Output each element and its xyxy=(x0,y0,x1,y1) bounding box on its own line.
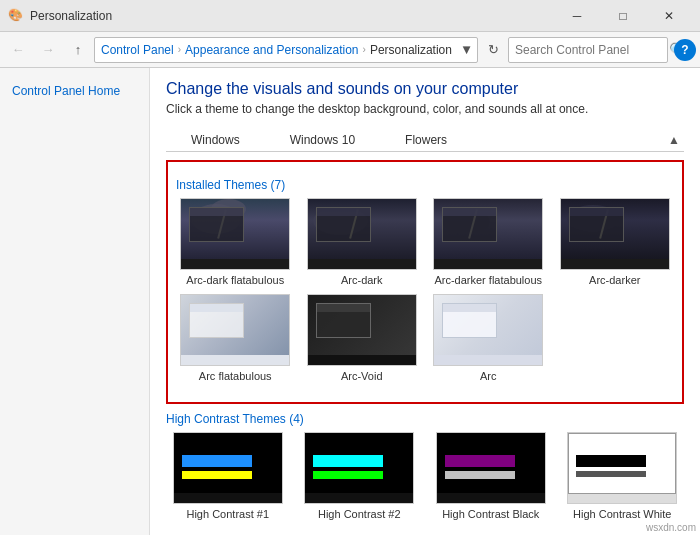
title-bar-title: Personalization xyxy=(30,9,554,23)
theme-tabs: Windows Windows 10 Flowers ▲ xyxy=(166,128,684,152)
breadcrumb-sep2: › xyxy=(363,44,366,55)
minimize-button[interactable]: ─ xyxy=(554,0,600,32)
search-box[interactable]: 🔍 xyxy=(508,37,668,63)
theme-label-arc-void: Arc-Void xyxy=(341,370,383,382)
breadcrumb-sep1: › xyxy=(178,44,181,55)
theme-thumb-arc-darker-flatabulous xyxy=(433,198,543,270)
breadcrumb-control-panel[interactable]: Control Panel xyxy=(101,43,174,57)
theme-label-arc-darker: Arc-darker xyxy=(589,274,640,286)
theme-thumb-hc1 xyxy=(173,432,283,504)
theme-thumb-hc-black xyxy=(436,432,546,504)
installed-themes-label: Installed Themes (7) xyxy=(176,178,674,192)
installed-themes-grid: Arc-dark flatabulous A xyxy=(176,198,674,382)
theme-thumb-hc2 xyxy=(304,432,414,504)
sidebar-item-control-panel-home[interactable]: Control Panel Home xyxy=(0,80,149,102)
theme-thumb-hc-white xyxy=(567,432,677,504)
address-dropdown-button[interactable]: ▼ xyxy=(460,37,473,63)
refresh-button[interactable]: ↻ xyxy=(480,37,506,63)
page-title: Change the visuals and sounds on your co… xyxy=(166,80,684,98)
theme-arc-flatabulous[interactable]: Arc flatabulous xyxy=(176,294,295,382)
watermark: wsxdn.com xyxy=(646,522,696,533)
close-button[interactable]: ✕ xyxy=(646,0,692,32)
theme-thumb-arc-dark xyxy=(307,198,417,270)
page-subtitle: Click a theme to change the desktop back… xyxy=(166,102,684,116)
theme-thumb-arc-darker xyxy=(560,198,670,270)
search-input[interactable] xyxy=(515,43,665,57)
theme-label-hc-white: High Contrast White xyxy=(573,508,671,520)
high-contrast-grid: High Contrast #1 High Contrast #2 xyxy=(166,432,684,520)
forward-button[interactable]: → xyxy=(34,36,62,64)
theme-label-arc-dark: Arc-dark xyxy=(341,274,383,286)
theme-label-hc1: High Contrast #1 xyxy=(186,508,269,520)
theme-arc-darker-flatabulous[interactable]: Arc-darker flatabulous xyxy=(429,198,548,286)
theme-label-hc-black: High Contrast Black xyxy=(442,508,539,520)
sidebar: Control Panel Home xyxy=(0,68,150,535)
content-area: Change the visuals and sounds on your co… xyxy=(150,68,700,535)
theme-arc-void[interactable]: Arc-Void xyxy=(303,294,422,382)
installed-themes-section: Installed Themes (7) xyxy=(166,160,684,404)
theme-label-arc-flatabulous: Arc flatabulous xyxy=(199,370,272,382)
help-button[interactable]: ? xyxy=(674,39,696,61)
theme-thumb-arc xyxy=(433,294,543,366)
tab-windows10[interactable]: Windows 10 xyxy=(265,128,380,151)
breadcrumb-current: Personalization xyxy=(370,43,452,57)
high-contrast-label: High Contrast Themes (4) xyxy=(166,412,684,426)
back-button[interactable]: ← xyxy=(4,36,32,64)
theme-hc-black[interactable]: High Contrast Black xyxy=(429,432,553,520)
scroll-up-button[interactable]: ▲ xyxy=(664,133,684,147)
theme-thumb-arc-dark-flatabulous xyxy=(180,198,290,270)
app-icon: 🎨 xyxy=(8,8,24,24)
title-bar-controls: ─ □ ✕ xyxy=(554,0,692,32)
theme-hc-white[interactable]: High Contrast White xyxy=(561,432,685,520)
high-contrast-section: High Contrast Themes (4) High Contrast #… xyxy=(166,412,684,520)
tab-flowers[interactable]: Flowers xyxy=(380,128,472,151)
theme-thumb-arc-void xyxy=(307,294,417,366)
title-bar: 🎨 Personalization ─ □ ✕ xyxy=(0,0,700,32)
theme-label-arc-darker-flatabulous: Arc-darker flatabulous xyxy=(434,274,542,286)
theme-hc2[interactable]: High Contrast #2 xyxy=(298,432,422,520)
theme-arc-dark-flatabulous[interactable]: Arc-dark flatabulous xyxy=(176,198,295,286)
theme-label-arc: Arc xyxy=(480,370,497,382)
address-box[interactable]: Control Panel › Appearance and Personali… xyxy=(94,37,478,63)
tab-windows[interactable]: Windows xyxy=(166,128,265,151)
maximize-button[interactable]: □ xyxy=(600,0,646,32)
theme-empty-slot xyxy=(556,294,675,382)
theme-label-arc-dark-flatabulous: Arc-dark flatabulous xyxy=(186,274,284,286)
main-layout: Control Panel Home Change the visuals an… xyxy=(0,68,700,535)
theme-arc-darker[interactable]: Arc-darker xyxy=(556,198,675,286)
theme-thumb-arc-flatabulous xyxy=(180,294,290,366)
address-bar: ← → ↑ Control Panel › Appearance and Per… xyxy=(0,32,700,68)
theme-hc1[interactable]: High Contrast #1 xyxy=(166,432,290,520)
theme-arc[interactable]: Arc xyxy=(429,294,548,382)
theme-arc-dark[interactable]: Arc-dark xyxy=(303,198,422,286)
up-button[interactable]: ↑ xyxy=(64,36,92,64)
theme-label-hc2: High Contrast #2 xyxy=(318,508,401,520)
breadcrumb-appearance[interactable]: Appearance and Personalization xyxy=(185,43,358,57)
